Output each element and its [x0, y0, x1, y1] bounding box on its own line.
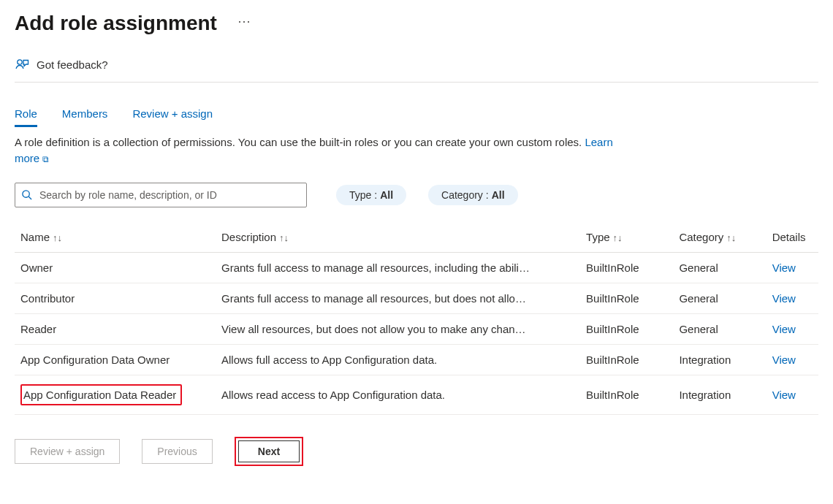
svg-line-2: [28, 196, 31, 199]
cell-details: View: [767, 313, 818, 344]
header-details: Details: [767, 224, 818, 253]
sort-icon: ↑↓: [726, 232, 736, 243]
view-link[interactable]: View: [772, 354, 796, 366]
cell-details: View: [767, 344, 818, 375]
search-icon: [21, 189, 32, 200]
cell-details: View: [767, 252, 818, 283]
more-actions-icon[interactable]: ⋯: [237, 15, 251, 32]
role-description-text: A role definition is a collection of per…: [15, 136, 585, 148]
cell-description: Grants full access to manage all resourc…: [216, 283, 580, 313]
table-row[interactable]: ContributorGrants full access to manage …: [15, 283, 818, 313]
cell-type: BuiltInRole: [580, 375, 673, 414]
sort-icon: ↑↓: [279, 232, 289, 243]
filter-category-value: All: [492, 189, 505, 201]
cell-description: View all resources, but does not allow y…: [216, 313, 580, 344]
page-title: Add role assignment: [15, 12, 217, 35]
sort-icon: ↑↓: [53, 232, 62, 243]
table-row[interactable]: ReaderView all resources, but does not a…: [15, 313, 818, 344]
sort-icon: ↑↓: [613, 232, 623, 243]
table-row[interactable]: App Configuration Data ReaderAllows read…: [15, 375, 818, 414]
view-link[interactable]: View: [772, 261, 796, 274]
search-input[interactable]: [38, 188, 300, 202]
header-description[interactable]: Description↑↓: [216, 224, 580, 253]
view-link[interactable]: View: [772, 323, 796, 335]
cell-type: BuiltInRole: [580, 252, 673, 283]
header-name[interactable]: Name↑↓: [15, 224, 216, 253]
tab-members[interactable]: Members: [62, 103, 108, 124]
header-category[interactable]: Category↑↓: [673, 224, 766, 253]
cell-description: Grants full access to manage all resourc…: [216, 252, 580, 283]
table-row[interactable]: OwnerGrants full access to manage all re…: [15, 252, 818, 283]
review-assign-button[interactable]: Review + assign: [15, 439, 120, 464]
cell-category: General: [673, 283, 766, 313]
feedback-link[interactable]: Got feedback?: [15, 48, 818, 83]
cell-details: View: [767, 375, 818, 414]
cell-description: Allows read access to App Configuration …: [216, 375, 580, 414]
cell-category: General: [673, 313, 766, 344]
filter-type-label: Type :: [349, 189, 377, 201]
feedback-label: Got feedback?: [37, 58, 108, 71]
tab-review-assign[interactable]: Review + assign: [132, 103, 213, 124]
external-link-icon: ⧉: [42, 154, 49, 164]
cell-name: App Configuration Data Owner: [15, 344, 216, 375]
filter-category-label: Category :: [441, 189, 489, 201]
table-row[interactable]: App Configuration Data OwnerAllows full …: [15, 344, 818, 375]
filter-type-value: All: [380, 189, 393, 201]
previous-button[interactable]: Previous: [142, 439, 212, 464]
cell-name: App Configuration Data Reader: [15, 375, 216, 414]
cell-name: Contributor: [15, 283, 216, 313]
search-input-wrapper[interactable]: [15, 183, 307, 207]
cell-type: BuiltInRole: [580, 344, 673, 375]
cell-type: BuiltInRole: [580, 283, 673, 313]
feedback-icon: [15, 57, 29, 72]
next-button-highlight: Next: [235, 437, 303, 466]
svg-point-1: [23, 191, 29, 197]
view-link[interactable]: View: [772, 389, 796, 401]
role-description: A role definition is a collection of per…: [15, 134, 621, 167]
roles-table: Name↑↓ Description↑↓ Type↑↓ Category↑↓ D…: [15, 224, 818, 415]
cell-description: Allows full access to App Configuration …: [216, 344, 580, 375]
next-button[interactable]: Next: [238, 440, 300, 462]
filter-type-pill[interactable]: Type : All: [336, 185, 406, 205]
cell-details: View: [767, 283, 818, 313]
cell-name: Owner: [15, 252, 216, 283]
cell-name: Reader: [15, 313, 216, 344]
view-link[interactable]: View: [772, 292, 796, 305]
cell-category: General: [673, 252, 766, 283]
tab-bar: Role Members Review + assign: [15, 103, 818, 124]
cell-category: Integration: [673, 344, 766, 375]
svg-point-0: [18, 60, 22, 64]
highlighted-role: App Configuration Data Reader: [20, 384, 182, 405]
header-type[interactable]: Type↑↓: [580, 224, 673, 253]
tab-role[interactable]: Role: [15, 103, 37, 124]
filter-category-pill[interactable]: Category : All: [428, 185, 517, 205]
cell-type: BuiltInRole: [580, 313, 673, 344]
cell-category: Integration: [673, 375, 766, 414]
